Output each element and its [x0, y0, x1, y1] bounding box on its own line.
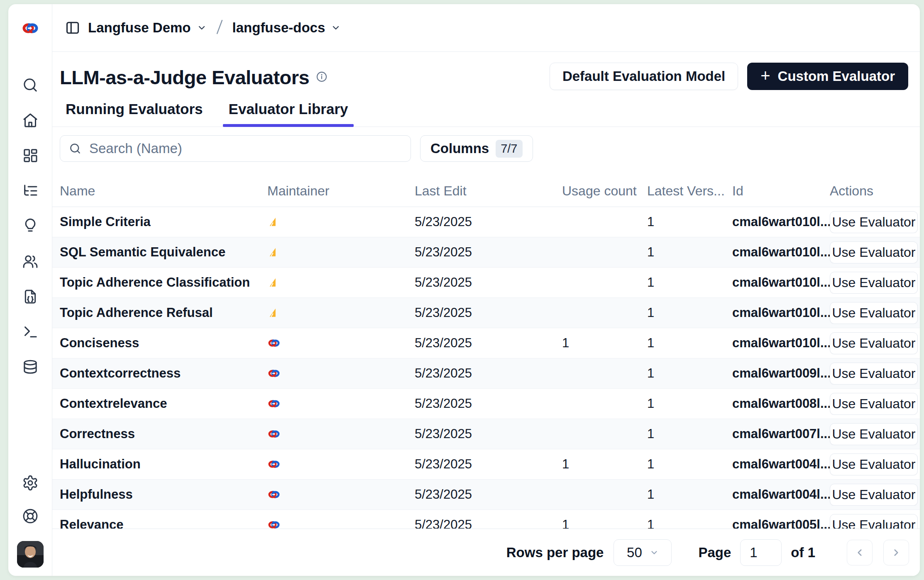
table-row[interactable]: Contextrelevance 5/23/2025 1 cmal6wart00…: [52, 389, 920, 419]
use-evaluator-button[interactable]: Use Evaluator: [830, 241, 918, 263]
main-area: Langfuse Demo langfuse-docs LLM-as-a-Jud…: [52, 4, 920, 576]
column-header-maintainer[interactable]: Maintainer: [267, 183, 415, 199]
chevron-down-icon[interactable]: [197, 23, 207, 33]
database-icon[interactable]: [22, 359, 39, 375]
settings-gear-icon[interactable]: [22, 475, 39, 491]
plus-icon: +: [760, 67, 770, 84]
search-icon: [69, 142, 81, 155]
latest-version-value: 1: [647, 487, 732, 502]
use-evaluator-button[interactable]: Use Evaluator: [830, 453, 918, 475]
column-header-usage-count[interactable]: Usage count: [562, 183, 647, 199]
table-body: Simple Criteria 5/23/2025 1 cmal6wart010…: [52, 207, 920, 540]
column-header-latest-version[interactable]: Latest Vers...: [647, 183, 732, 199]
dashboard-grid-icon[interactable]: [22, 147, 39, 164]
table-row[interactable]: Contextcorrectness 5/23/2025 1 cmal6wart…: [52, 358, 920, 389]
use-evaluator-button[interactable]: Use Evaluator: [830, 484, 918, 506]
rows-per-page-select[interactable]: 50: [614, 539, 672, 566]
evaluator-name: Topic Adherence Classification: [60, 275, 267, 290]
evaluator-id: cmal6wart004l...: [732, 487, 830, 502]
previous-page-button[interactable]: [847, 540, 873, 565]
chevron-down-icon: [650, 548, 659, 557]
breadcrumb: Langfuse Demo langfuse-docs: [52, 4, 920, 52]
latest-version-value: 1: [647, 336, 732, 351]
use-evaluator-button[interactable]: Use Evaluator: [830, 363, 918, 385]
search-input[interactable]: [60, 135, 411, 162]
custom-evaluator-button[interactable]: + Custom Evaluator: [747, 63, 908, 90]
sidebar-toggle-icon[interactable]: [65, 20, 81, 36]
chevron-left-icon: [854, 547, 865, 558]
users-icon[interactable]: [22, 253, 39, 270]
evaluator-id: cmal6wart004l...: [732, 457, 830, 472]
ragas-maintainer-icon: [267, 247, 415, 258]
last-edit-date: 5/23/2025: [415, 426, 562, 441]
column-header-name[interactable]: Name: [60, 183, 267, 199]
default-evaluation-model-button[interactable]: Default Evaluation Model: [550, 63, 738, 90]
info-icon[interactable]: [316, 71, 328, 84]
column-header-last-edit[interactable]: Last Edit: [415, 183, 562, 199]
table-row[interactable]: Topic Adherence Classification 5/23/2025…: [52, 268, 920, 298]
evaluator-id: cmal6wart010l...: [732, 245, 830, 260]
sidebar: [8, 4, 52, 576]
tab-evaluator-library[interactable]: Evaluator Library: [223, 101, 354, 127]
next-page-button[interactable]: [883, 540, 909, 565]
use-evaluator-button[interactable]: Use Evaluator: [830, 393, 918, 415]
evaluator-name: Conciseness: [60, 336, 267, 351]
home-icon[interactable]: [22, 112, 39, 129]
langfuse-maintainer-icon: [267, 489, 415, 500]
table-row[interactable]: Correctness 5/23/2025 1 cmal6wart007l...…: [52, 419, 920, 449]
use-evaluator-button[interactable]: Use Evaluator: [830, 332, 918, 354]
evaluator-name: Hallucination: [60, 457, 267, 472]
column-header-actions[interactable]: Actions: [830, 183, 920, 199]
table-row[interactable]: Helpfulness 5/23/2025 1 cmal6wart004l...…: [52, 480, 920, 510]
life-buoy-icon[interactable]: [22, 508, 39, 524]
evaluator-id: cmal6wart010l...: [732, 275, 830, 290]
ragas-maintainer-icon: [267, 217, 415, 227]
table-row[interactable]: SQL Semantic Equivalence 5/23/2025 1 cma…: [52, 237, 920, 268]
ragas-maintainer-icon: [267, 307, 415, 318]
use-evaluator-button[interactable]: Use Evaluator: [830, 272, 918, 294]
langfuse-logo-icon[interactable]: [8, 4, 52, 52]
use-evaluator-button[interactable]: Use Evaluator: [830, 302, 918, 324]
langfuse-maintainer-icon: [267, 459, 415, 470]
latest-version-value: 1: [647, 426, 732, 441]
last-edit-date: 5/23/2025: [415, 275, 562, 290]
custom-evaluator-label: Custom Evaluator: [778, 68, 895, 84]
table-row[interactable]: Conciseness 5/23/2025 1 1 cmal6wart010l.…: [52, 328, 920, 358]
table-row[interactable]: Hallucination 5/23/2025 1 1 cmal6wart004…: [52, 449, 920, 480]
tab-running-evaluators[interactable]: Running Evaluators: [60, 101, 209, 127]
columns-count-badge: 7/7: [496, 140, 522, 158]
usage-count-value: 1: [562, 457, 647, 472]
evaluator-name: Simple Criteria: [60, 214, 267, 229]
lightbulb-icon[interactable]: [22, 218, 39, 234]
last-edit-date: 5/23/2025: [415, 214, 562, 229]
last-edit-date: 5/23/2025: [415, 366, 562, 381]
column-header-id[interactable]: Id: [732, 183, 830, 199]
evaluator-name: Correctness: [60, 426, 267, 441]
latest-version-value: 1: [647, 366, 732, 381]
evaluator-id: cmal6wart007l...: [732, 426, 830, 441]
file-code-icon[interactable]: [22, 288, 39, 305]
columns-button[interactable]: Columns 7/7: [420, 135, 533, 162]
breadcrumb-slash: [214, 18, 225, 37]
search-icon[interactable]: [22, 77, 39, 93]
evaluator-id: cmal6wart010l...: [732, 214, 830, 229]
app-window: Langfuse Demo langfuse-docs LLM-as-a-Jud…: [8, 4, 920, 576]
table-row[interactable]: Topic Adherence Refusal 5/23/2025 1 cmal…: [52, 298, 920, 328]
latest-version-value: 1: [647, 457, 732, 472]
terminal-icon[interactable]: [22, 324, 39, 340]
use-evaluator-button[interactable]: Use Evaluator: [830, 423, 918, 445]
pagination-bar: Rows per page 50 Page of 1: [52, 529, 920, 576]
page-number-input[interactable]: [740, 539, 782, 566]
last-edit-date: 5/23/2025: [415, 396, 562, 411]
evaluator-name: Topic Adherence Refusal: [60, 305, 267, 320]
organization-name[interactable]: Langfuse Demo: [88, 20, 191, 36]
chevron-down-icon[interactable]: [331, 23, 341, 33]
langfuse-maintainer-icon: [267, 398, 415, 409]
use-evaluator-button[interactable]: Use Evaluator: [830, 211, 918, 233]
table-row[interactable]: Simple Criteria 5/23/2025 1 cmal6wart010…: [52, 207, 920, 237]
langfuse-maintainer-icon: [267, 338, 415, 348]
page-header: LLM-as-a-Judge Evaluators Default Evalua…: [52, 52, 920, 90]
list-tree-icon[interactable]: [22, 183, 39, 199]
project-name[interactable]: langfuse-docs: [232, 20, 325, 36]
user-avatar[interactable]: [17, 541, 44, 568]
